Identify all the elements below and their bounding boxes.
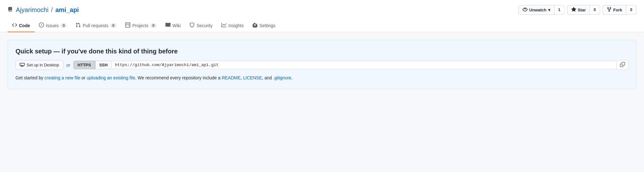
tab-settings[interactable]: Settings bbox=[248, 19, 280, 32]
main-content: Quick setup — if you've done this kind o… bbox=[0, 32, 644, 97]
fork-group: Fork 0 bbox=[603, 5, 636, 15]
clone-url-field[interactable] bbox=[112, 61, 617, 69]
https-button[interactable]: HTTPS bbox=[73, 61, 95, 69]
tab-pull-requests-label: Pull requests bbox=[83, 23, 108, 28]
star-group: Star 0 bbox=[567, 5, 600, 15]
tab-issues[interactable]: Issues 0 bbox=[34, 19, 71, 32]
ssh-button[interactable]: SSH bbox=[95, 61, 112, 69]
tab-settings-label: Settings bbox=[259, 23, 276, 28]
create-new-file-link[interactable]: creating a new file bbox=[45, 75, 80, 80]
tab-code[interactable]: Code bbox=[8, 19, 34, 32]
fork-count[interactable]: 0 bbox=[626, 5, 636, 15]
fork-button[interactable]: Fork bbox=[603, 5, 626, 15]
quick-setup-title: Quick setup — if you've done this kind o… bbox=[15, 48, 629, 55]
repo-separator: / bbox=[51, 6, 53, 14]
watch-chevron: ▾ bbox=[548, 8, 550, 12]
watch-label: Unwatch bbox=[529, 8, 546, 12]
tab-insights[interactable]: Insights bbox=[217, 19, 248, 32]
watch-button[interactable]: Unwatch ▾ bbox=[518, 5, 554, 15]
projects-icon bbox=[125, 22, 130, 28]
security-icon bbox=[189, 22, 195, 28]
help-mid4: , and bbox=[262, 75, 273, 80]
help-text: Get started by creating a new file or up… bbox=[15, 74, 629, 81]
settings-icon bbox=[252, 22, 257, 28]
issues-icon bbox=[39, 22, 44, 28]
tab-code-label: Code bbox=[19, 23, 30, 28]
clone-row: Set up in Desktop or HTTPS SSH bbox=[15, 60, 629, 70]
star-label: Star bbox=[578, 8, 586, 12]
watch-icon bbox=[523, 7, 528, 13]
clone-area: HTTPS SSH bbox=[73, 60, 629, 70]
projects-badge: 0 bbox=[150, 23, 157, 28]
help-mid1: or bbox=[80, 75, 87, 80]
help-end: . bbox=[291, 75, 293, 80]
fork-icon bbox=[607, 7, 612, 13]
readme-link[interactable]: README bbox=[222, 75, 241, 80]
help-prefix: Get started by bbox=[15, 75, 45, 80]
desktop-icon bbox=[20, 62, 25, 68]
star-icon bbox=[571, 7, 576, 13]
tab-pull-requests[interactable]: Pull requests 0 bbox=[71, 19, 121, 32]
help-mid2: . We recommend every repository include … bbox=[135, 75, 222, 80]
setup-desktop-button[interactable]: Set up in Desktop bbox=[15, 60, 63, 70]
repo-owner-link[interactable]: Ajyarimochi bbox=[16, 6, 48, 14]
tab-projects[interactable]: Projects 0 bbox=[121, 19, 161, 32]
tab-security[interactable]: Security bbox=[185, 19, 217, 32]
tab-projects-label: Projects bbox=[132, 23, 148, 28]
wiki-icon bbox=[165, 22, 170, 28]
issues-badge: 0 bbox=[60, 23, 67, 28]
watch-group: Unwatch ▾ 1 bbox=[518, 5, 564, 15]
copy-icon bbox=[620, 62, 625, 68]
star-button[interactable]: Star bbox=[567, 5, 590, 15]
insights-icon bbox=[221, 22, 226, 28]
repo-icon bbox=[8, 7, 13, 13]
repo-actions: Unwatch ▾ 1 Star 0 bbox=[516, 5, 636, 15]
watch-count[interactable]: 1 bbox=[554, 5, 565, 15]
gitignore-link[interactable]: .gitignore bbox=[273, 75, 292, 80]
pull-requests-icon bbox=[76, 22, 81, 28]
help-mid3: , bbox=[241, 75, 243, 80]
tab-insights-label: Insights bbox=[228, 23, 244, 28]
fork-label: Fork bbox=[613, 8, 622, 12]
protocol-group: HTTPS SSH bbox=[73, 61, 112, 69]
repo-name-link[interactable]: ami_api bbox=[55, 6, 79, 14]
or-text: or bbox=[66, 63, 70, 68]
upload-existing-file-link[interactable]: uploading an existing file bbox=[87, 75, 135, 80]
setup-desktop-label: Set up in Desktop bbox=[27, 63, 59, 67]
repo-title: Ajyarimochi / ami_api bbox=[8, 6, 79, 14]
pull-requests-badge: 0 bbox=[110, 23, 116, 28]
quick-setup-box: Quick setup — if you've done this kind o… bbox=[8, 40, 636, 89]
tab-issues-label: Issues bbox=[46, 23, 59, 28]
tab-wiki[interactable]: Wiki bbox=[161, 19, 185, 32]
tab-security-label: Security bbox=[196, 23, 213, 28]
license-link[interactable]: LICENSE bbox=[243, 75, 262, 80]
tab-wiki-label: Wiki bbox=[172, 23, 181, 28]
code-icon bbox=[12, 22, 17, 28]
copy-url-button[interactable] bbox=[617, 60, 629, 70]
star-count[interactable]: 0 bbox=[590, 5, 600, 15]
repo-nav: Code Issues 0 Pull requests 0 bbox=[8, 19, 636, 32]
